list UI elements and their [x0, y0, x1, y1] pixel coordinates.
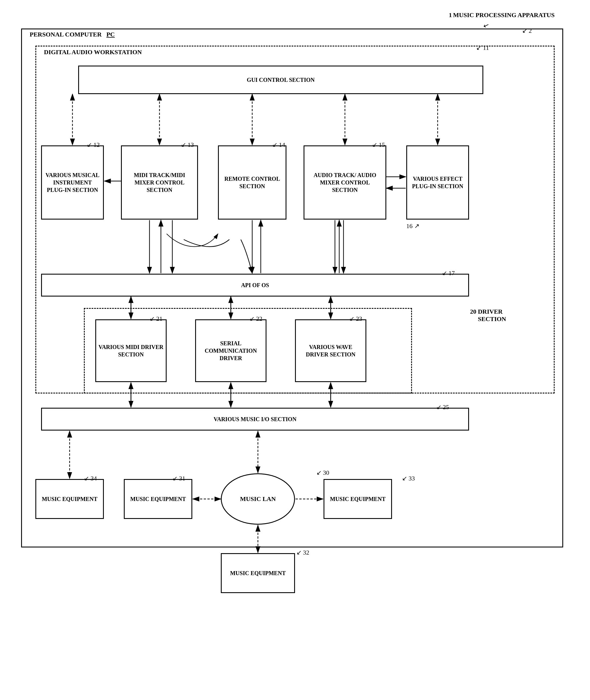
- ref-33: ↙ 33: [402, 475, 415, 482]
- ref-17: ↙ 17: [442, 269, 455, 277]
- personal-computer-label: PERSONAL COMPUTER PC: [30, 31, 115, 38]
- music-eq-31-label: MUSIC EQUIPMENT: [130, 495, 186, 503]
- gui-control-box: GUI CONTROL SECTION: [78, 66, 483, 94]
- music-lan-label: MUSIC LAN: [240, 495, 276, 503]
- gui-control-label: GUI CONTROL SECTION: [247, 76, 315, 84]
- music-io-box: VARIOUS MUSIC I/O SECTION: [41, 408, 469, 431]
- various-musical-box: VARIOUS MUSICAL INSTRUMENT PLUG-IN SECTI…: [41, 145, 104, 220]
- ref-25: ↙ 25: [436, 403, 449, 411]
- ref-31: ↙ 31: [172, 475, 185, 482]
- serial-comm-label: SERIAL COMMUNICATION DRIVER: [198, 340, 263, 362]
- music-eq-34-box: MUSIC EQUIPMENT: [35, 479, 104, 519]
- driver-section-label: 20 DRIVER SECTION: [470, 308, 506, 323]
- ref-23: ↙ 23: [349, 315, 362, 323]
- ref-30: ↙ 30: [316, 469, 329, 476]
- music-eq-31-box: MUSIC EQUIPMENT: [124, 479, 192, 519]
- midi-track-label: MIDI TRACK/MIDI MIXER CONTROL SECTION: [124, 171, 195, 194]
- remote-control-box: REMOTE CONTROL SECTION: [218, 145, 286, 220]
- ref-21: ↙ 21: [150, 315, 163, 323]
- various-effect-label: VARIOUS EFFECT PLUG-IN SECTION: [409, 175, 466, 190]
- daw-label: DIGITAL AUDIO WORKSTATION: [44, 48, 142, 56]
- midi-driver-box: VARIOUS MIDI DRIVER SECTION: [95, 319, 167, 382]
- ref-22: ↙ 22: [250, 315, 263, 323]
- various-musical-label: VARIOUS MUSICAL INSTRUMENT PLUG-IN SECTI…: [44, 171, 101, 194]
- serial-comm-box: SERIAL COMMUNICATION DRIVER: [195, 319, 267, 382]
- ref-2-label: ↙ 2: [522, 27, 532, 34]
- ref-12: ↙ 12: [87, 141, 100, 148]
- ref-11-label: ↙ 11: [476, 44, 489, 51]
- music-eq-33-label: MUSIC EQUIPMENT: [330, 495, 385, 503]
- music-eq-32-box: MUSIC EQUIPMENT: [221, 553, 295, 593]
- audio-track-box: AUDIO TRACK/ AUDIO MIXER CONTROL SECTION: [304, 145, 386, 220]
- wave-driver-box: VARIOUS WAVE DRIVER SECTION: [295, 319, 366, 382]
- ref-32: ↙ 32: [296, 549, 310, 556]
- midi-track-box: MIDI TRACK/MIDI MIXER CONTROL SECTION: [121, 145, 198, 220]
- wave-driver-label: VARIOUS WAVE DRIVER SECTION: [298, 343, 363, 358]
- diagram-container: 1 MUSIC PROCESSING APPARATUS PERSONAL CO…: [13, 11, 577, 690]
- ref-1: 1: [449, 11, 452, 19]
- api-os-box: API OF OS: [41, 274, 469, 297]
- api-os-label: API OF OS: [241, 281, 269, 289]
- audio-track-label: AUDIO TRACK/ AUDIO MIXER CONTROL SECTION: [307, 171, 383, 194]
- ref-14: ↙ 14: [272, 141, 285, 148]
- music-eq-34-label: MUSIC EQUIPMENT: [42, 495, 97, 503]
- ref-34: ↙ 34: [84, 475, 97, 482]
- music-eq-32-label: MUSIC EQUIPMENT: [230, 569, 286, 577]
- title-text: MUSIC PROCESSING APPARATUS: [453, 11, 555, 19]
- music-io-label: VARIOUS MUSIC I/O SECTION: [214, 416, 296, 423]
- remote-control-label: REMOTE CONTROL SECTION: [221, 175, 283, 190]
- ref-15: ↙ 15: [372, 141, 385, 148]
- ref-16: 16 ↗: [406, 222, 419, 230]
- music-lan-ellipse: MUSIC LAN: [221, 473, 295, 524]
- midi-driver-label: VARIOUS MIDI DRIVER SECTION: [98, 343, 164, 358]
- music-eq-33-box: MUSIC EQUIPMENT: [323, 479, 392, 519]
- various-effect-box: VARIOUS EFFECT PLUG-IN SECTION: [406, 145, 469, 220]
- title-label: 1 MUSIC PROCESSING APPARATUS: [449, 11, 555, 19]
- ref-13: ↙ 13: [181, 141, 194, 148]
